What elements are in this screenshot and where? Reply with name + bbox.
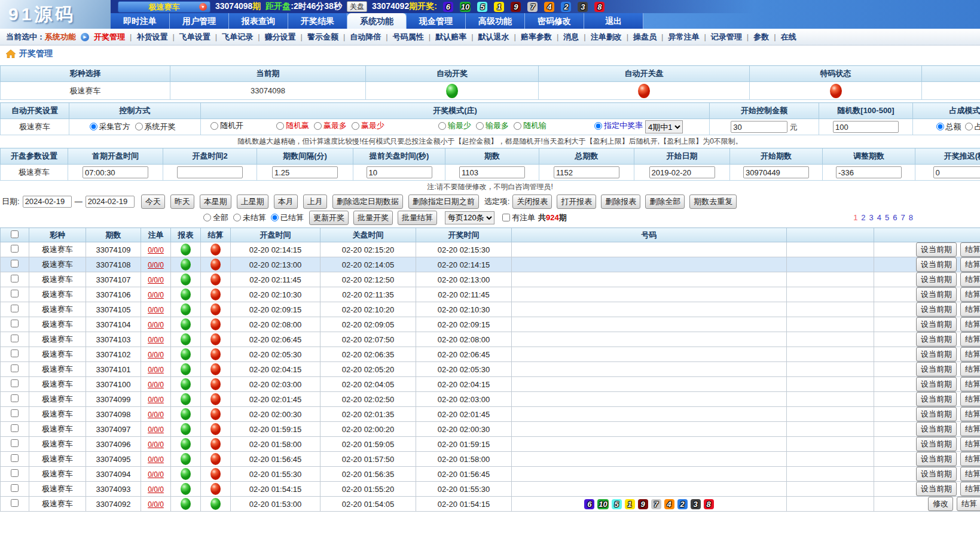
bets-link[interactable]: 0/0/0 [148,351,164,359]
open-params-input-7[interactable] [743,166,809,178]
bets-link[interactable]: 0/0/0 [148,366,164,374]
row-checkbox[interactable] [11,409,19,417]
submenu-item-number-attrs[interactable]: 号码属性 [381,32,423,41]
settle-button[interactable]: 结算 [960,302,980,317]
settle-button[interactable]: 结算 [960,482,980,496]
set-current-button[interactable]: 设当前期 [916,452,957,466]
submenu-item-flyorder-records[interactable]: 飞单记录 [210,32,253,41]
settle-light[interactable] [210,468,221,480]
open-params-input-0[interactable] [83,166,148,178]
bets-link[interactable]: 0/0/0 [148,485,164,494]
settle-button[interactable]: 结算 [960,377,980,391]
row-checkbox[interactable] [11,469,19,477]
page-link-1[interactable]: 1 [853,213,857,222]
settle-button[interactable]: 结算 [960,467,980,481]
report-light[interactable] [181,259,191,271]
set-current-button[interactable]: 设当前期 [916,392,957,406]
bets-link[interactable]: 0/0/0 [148,381,164,389]
row-checkbox[interactable] [11,305,19,312]
tab-cash-mgmt[interactable]: 现金管理 [407,13,466,29]
share-option-1[interactable]: 占成 [965,121,980,132]
mode-option-0-radio[interactable] [210,122,218,130]
date-button-5[interactable]: 上月 [303,194,327,209]
mode-option-7[interactable]: 指定中奖率 [594,120,643,131]
open-params-input-5[interactable] [554,166,619,178]
bets-link[interactable]: 0/0/0 [148,246,164,254]
submenu-item-traders[interactable]: 操盘员 [622,32,657,41]
bets-link[interactable]: 0/0/0 [148,291,164,299]
row-checkbox[interactable] [11,320,19,327]
settle-button[interactable]: 结算 [960,437,980,451]
settle-light[interactable] [210,348,221,360]
set-current-button[interactable]: 设当前期 [916,362,957,376]
submenu-item-default-odds[interactable]: 默认赔率 [424,32,466,41]
settle-button[interactable]: 结算 [957,497,980,511]
report-light[interactable] [181,318,191,330]
submenu-item-messages[interactable]: 消息 [552,32,579,41]
mode-option-3-radio[interactable] [352,122,359,130]
bets-link[interactable]: 0/0/0 [148,470,164,479]
bets-link[interactable]: 0/0/0 [148,321,164,329]
submenu-item-draw-management[interactable]: 开奖管理 [94,32,125,41]
settle-light[interactable] [210,423,221,435]
settle-button[interactable]: 结算 [960,392,980,406]
control-option-0[interactable]: 采集官方 [90,121,130,132]
share-option-1-radio[interactable] [965,123,973,130]
report-light[interactable] [181,303,191,315]
batch-button-2[interactable]: 批量结算 [398,211,437,225]
set-current-button[interactable]: 设当前期 [916,257,957,272]
settle-button[interactable]: 结算 [960,257,980,272]
set-current-button[interactable]: 设当前期 [916,467,957,481]
set-current-button[interactable]: 设当前期 [916,407,957,421]
date-button-6[interactable]: 删除选定日期数据 [332,194,403,209]
settle-light[interactable] [210,483,221,495]
set-current-button[interactable]: 设当前期 [916,422,957,436]
settle-status-2[interactable]: 已结算 [271,212,304,223]
page-link-2[interactable]: 2 [861,213,865,222]
row-checkbox[interactable] [11,260,19,268]
set-current-button[interactable]: 设当前期 [916,377,957,391]
bets-link[interactable]: 0/0/0 [148,306,164,314]
settle-button[interactable]: 结算 [960,332,980,347]
page-link-3[interactable]: 3 [869,213,874,222]
mode-option-2[interactable]: 赢最多 [314,120,347,131]
bets-link[interactable]: 0/0/0 [148,426,164,434]
report-light[interactable] [181,244,191,256]
report-light[interactable] [181,393,191,405]
row-checkbox[interactable] [11,499,19,507]
settle-button[interactable]: 结算 [960,347,980,361]
settle-light[interactable] [210,498,221,510]
row-checkbox[interactable] [11,454,19,462]
settle-button[interactable]: 结算 [960,317,980,332]
report-button-0[interactable]: 关闭报表 [512,194,552,209]
win-rate-select[interactable]: 4期中1 [645,120,683,133]
report-light[interactable] [181,453,191,465]
open-params-input-9[interactable] [933,166,980,178]
mode-option-6-radio[interactable] [514,122,521,130]
settle-light[interactable] [210,438,221,450]
settle-light[interactable] [210,408,221,420]
settle-light[interactable] [210,453,221,465]
tab-instant-bets[interactable]: 即时注单 [111,13,170,29]
submenu-item-flyorder-settings[interactable]: 飞单设置 [167,32,210,41]
set-current-button[interactable]: 设当前期 [916,332,957,347]
mode-option-5-radio[interactable] [476,122,484,130]
bets-link[interactable]: 0/0/0 [148,455,164,464]
set-current-button[interactable]: 设当前期 [916,302,957,317]
select-all-checkbox[interactable] [11,230,19,238]
settle-button[interactable]: 结算 [960,422,980,436]
settle-light[interactable] [210,363,221,375]
settle-button[interactable]: 结算 [960,287,980,302]
row-checkbox[interactable] [11,335,19,342]
modify-button[interactable]: 修改 [928,497,953,511]
date-button-1[interactable]: 昨天 [170,194,194,209]
bets-link[interactable]: 0/0/0 [148,411,164,419]
settle-light[interactable] [210,273,221,285]
report-button-1[interactable]: 打开报表 [557,194,596,209]
mode-option-5[interactable]: 输最多 [476,120,509,131]
set-current-button[interactable]: 设当前期 [916,437,957,451]
page-link-5[interactable]: 5 [885,213,889,222]
page-link-8[interactable]: 8 [909,213,913,222]
date-button-2[interactable]: 本星期 [200,194,231,209]
tab-system-functions[interactable]: 系统功能 [347,13,407,29]
